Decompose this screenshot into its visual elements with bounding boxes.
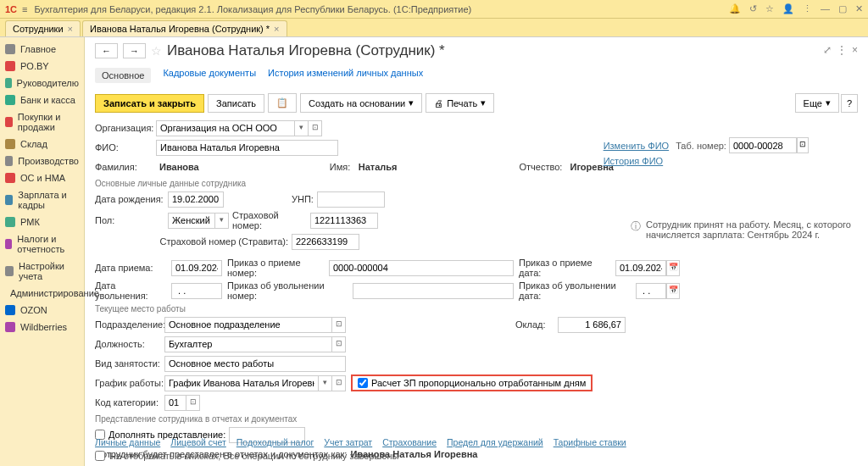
dropdown-icon[interactable]: ▾ [319, 375, 332, 391]
sidebar-item[interactable]: Настройки учета [0, 258, 84, 285]
maximize-icon[interactable]: ▢ [838, 3, 847, 14]
bell-icon[interactable]: 🔔 [729, 3, 741, 14]
copy-button[interactable]: 📋 [268, 93, 297, 113]
tab-number-input[interactable] [729, 137, 797, 153]
user-icon[interactable]: 👤 [782, 3, 794, 14]
fire-order-input[interactable] [353, 283, 514, 299]
footer-link[interactable]: Личные данные [95, 437, 160, 447]
titlebar-icons: 🔔 ↺ ☆ 👤 ⋮ — ▢ ✕ [729, 3, 863, 14]
hide-in-lists-checkbox[interactable] [95, 451, 105, 461]
sidebar-item[interactable]: Wildberries [0, 319, 84, 336]
insurance-label: Страховой номер: [232, 210, 310, 230]
history-fio-link[interactable]: История ФИО [604, 156, 664, 166]
stravita-input[interactable] [292, 234, 359, 250]
sidebar-item[interactable]: РМК [0, 214, 84, 230]
position-input[interactable] [164, 336, 332, 352]
sidebar-item[interactable]: OZON [0, 302, 84, 319]
hire-order-input[interactable] [329, 260, 514, 276]
subtab-main[interactable]: Основное [95, 68, 151, 83]
menu-burger-icon[interactable]: ≡ [22, 4, 27, 14]
sidebar-item[interactable]: Администрирование [0, 285, 84, 302]
dept-input[interactable] [164, 317, 332, 333]
cat-code-label: Код категории: [95, 397, 164, 408]
sidebar-item[interactable]: Зарплата и кадры [0, 186, 84, 214]
settings-icon[interactable]: ⋮ [803, 3, 812, 14]
fire-date-input[interactable] [171, 283, 222, 299]
hire-order-date-input[interactable] [615, 260, 666, 276]
change-fio-link[interactable]: Изменить ФИО [604, 141, 670, 151]
sidebar-item[interactable]: Покупки и продажи [0, 108, 84, 136]
cat-code-input[interactable] [164, 395, 186, 411]
emp-type-label: Вид занятости: [95, 358, 164, 369]
sidebar-item[interactable]: Склад [0, 136, 84, 153]
subtab-history[interactable]: История изменений личных данных [268, 68, 423, 83]
dropdown-icon[interactable]: ▾ [295, 120, 309, 136]
emp-type-input[interactable] [164, 356, 346, 372]
footer-link[interactable]: Учет затрат [324, 437, 372, 447]
more-vertical-icon[interactable]: ⋮ [837, 44, 847, 56]
chevron-down-icon: ▾ [481, 97, 486, 108]
close-icon[interactable]: ✕ [855, 3, 863, 14]
nav-forward-button[interactable]: → [123, 43, 146, 58]
unp-input[interactable] [317, 191, 385, 208]
sex-input[interactable] [168, 213, 215, 229]
subtab-docs[interactable]: Кадровые документы [163, 68, 256, 83]
tab-close-icon[interactable]: × [68, 24, 73, 34]
fio-input[interactable] [156, 140, 338, 156]
open-icon[interactable]: ⊡ [332, 375, 346, 391]
name-label: Имя: [330, 162, 355, 172]
footer-link[interactable]: Подоходный налог [236, 437, 314, 447]
favorite-star-icon[interactable]: ☆ [151, 44, 162, 58]
sidebar-item[interactable]: Руководителю [0, 75, 84, 92]
birth-input[interactable] [168, 191, 224, 208]
dropdown-icon[interactable]: ▾ [215, 213, 229, 229]
open-icon[interactable]: ⊡ [797, 137, 809, 153]
open-icon[interactable]: ⊡ [186, 395, 200, 411]
create-based-button[interactable]: Создать на основании ▾ [300, 93, 422, 113]
save-button[interactable]: Записать [208, 94, 264, 113]
sidebar-item[interactable]: Банк и касса [0, 92, 84, 108]
open-icon[interactable]: ⊡ [332, 317, 346, 333]
calc-checkbox-highlight: Расчет ЗП пропорционально отработанным д… [351, 374, 593, 391]
sidebar-item[interactable]: Главное [0, 41, 84, 58]
open-external-icon[interactable]: ⤢ [823, 44, 832, 56]
footer-link[interactable]: Тарифные ставки [554, 437, 626, 447]
open-icon[interactable]: ⊡ [332, 336, 346, 352]
calendar-icon[interactable]: 📅 [666, 283, 680, 299]
section-personal: Основные личные данные сотрудника [95, 179, 858, 188]
page-title: Иванова Наталья Игоревна (Сотрудник) * [167, 42, 445, 59]
footer-link[interactable]: Лицевой счет [170, 437, 225, 447]
tab-employees[interactable]: Сотрудники× [5, 20, 81, 36]
open-icon[interactable]: ⊡ [309, 120, 322, 136]
save-close-button[interactable]: Записать и закрыть [95, 94, 204, 113]
sidebar-item[interactable]: Налоги и отчетность [0, 230, 84, 258]
org-input[interactable] [156, 120, 295, 136]
fire-order-date-input[interactable] [636, 283, 666, 299]
sidebar-item[interactable]: ОС и НМА [0, 169, 84, 186]
tab-employee-card[interactable]: Иванова Наталья Игоревна (Сотрудник) *× [82, 20, 287, 36]
help-button[interactable]: ? [841, 94, 858, 113]
print-button[interactable]: 🖨 Печать ▾ [426, 93, 494, 113]
more-button[interactable]: Еще ▾ [795, 93, 839, 113]
insurance-input[interactable] [310, 213, 378, 229]
footer-link[interactable]: Страхование [382, 437, 437, 447]
salary-input[interactable] [558, 317, 626, 333]
tab-close-icon[interactable]: × [274, 24, 279, 34]
nav-back-button[interactable]: ← [95, 43, 118, 58]
sidebar-item[interactable]: Производство [0, 153, 84, 169]
fire-order-date-label: Приказ об увольнении дата: [519, 280, 636, 301]
star-icon[interactable]: ☆ [765, 3, 774, 14]
history-icon[interactable]: ↺ [749, 3, 757, 14]
sidebar-icon [5, 139, 15, 149]
sidebar-icon [5, 156, 13, 166]
calc-proportional-checkbox[interactable] [358, 378, 368, 388]
sidebar-icon [5, 322, 15, 332]
footer-link[interactable]: Предел для удержаний [447, 437, 543, 447]
calendar-icon[interactable]: 📅 [666, 260, 680, 276]
logo-1c: 1C [5, 4, 17, 14]
minimize-icon[interactable]: — [821, 3, 830, 14]
sidebar-item[interactable]: PO.BY [0, 58, 84, 75]
hire-date-input[interactable] [171, 260, 222, 276]
schedule-input[interactable] [164, 375, 319, 391]
close-panel-icon[interactable]: × [852, 44, 858, 56]
